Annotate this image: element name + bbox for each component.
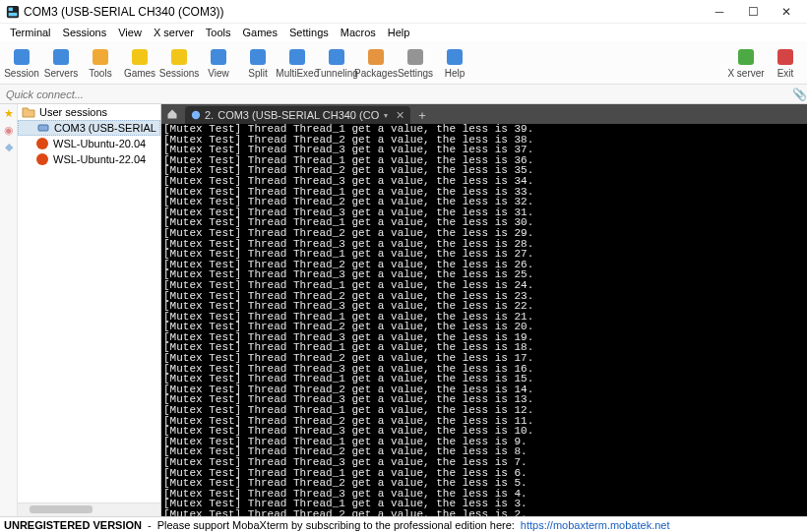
new-tab-button[interactable]: ＋ xyxy=(410,107,434,124)
status-text: Please support MobaXterm by subscribing … xyxy=(157,519,515,531)
svg-rect-4 xyxy=(53,49,69,65)
app-icon xyxy=(6,5,20,19)
svg-rect-14 xyxy=(447,49,463,65)
svg-point-19 xyxy=(36,153,48,165)
ubuntu-icon xyxy=(35,152,49,166)
svg-rect-10 xyxy=(289,49,305,65)
tab-index: 2. xyxy=(205,109,214,121)
menu-macros[interactable]: Macros xyxy=(335,26,382,39)
serial-icon xyxy=(191,110,201,120)
serial-icon xyxy=(36,121,50,135)
sessions-sidebar: User sessionsCOM3 (USB-SERIAL CH340 (COW… xyxy=(18,104,161,516)
menu-help[interactable]: Help xyxy=(382,26,416,39)
maximize-button[interactable]: ☐ xyxy=(736,1,770,23)
menu-x-server[interactable]: X server xyxy=(148,26,200,39)
toolbutton-packages[interactable]: Packages xyxy=(356,47,396,79)
sidebar-gutter: ★ ◉ ◆ xyxy=(0,104,18,516)
toolbutton-games[interactable]: Games xyxy=(120,47,159,79)
svg-rect-5 xyxy=(93,49,108,65)
tab-label: COM3 (USB-SERIAL CH340 (CO xyxy=(217,109,379,121)
toolbutton-exit[interactable]: Exit xyxy=(766,47,805,79)
svg-rect-11 xyxy=(329,49,344,65)
status-link[interactable]: https://mobaxterm.mobatek.net xyxy=(521,519,670,531)
menubar: TerminalSessionsViewX serverToolsGamesSe… xyxy=(0,24,807,41)
star-icon[interactable]: ★ xyxy=(2,106,16,120)
ubuntu-icon xyxy=(35,137,49,150)
tree-item-0[interactable]: COM3 (USB-SERIAL CH340 (CO xyxy=(18,120,160,136)
minimize-button[interactable]: ─ xyxy=(703,1,736,23)
toolbutton-servers[interactable]: Servers xyxy=(41,47,81,79)
toolbutton-xserver[interactable]: X server xyxy=(726,47,766,79)
menu-view[interactable]: View xyxy=(112,26,148,39)
svg-point-18 xyxy=(36,138,48,149)
globe-icon[interactable]: ◉ xyxy=(2,123,16,137)
toolbutton-tunneling[interactable]: Tunneling xyxy=(317,47,356,79)
window-title: COM3 (USB-SERIAL CH340 (COM3)) xyxy=(24,5,703,19)
tab-close-icon[interactable]: ✕ xyxy=(396,109,404,122)
toolbutton-split[interactable]: Split xyxy=(238,47,278,79)
home-tab[interactable] xyxy=(161,104,183,124)
tab-bar: 2. COM3 (USB-SERIAL CH340 (CO ▾ ✕ ＋ xyxy=(161,104,807,124)
svg-rect-6 xyxy=(132,49,148,65)
status-bar: UNREGISTERED VERSION - Please support Mo… xyxy=(0,516,807,532)
toolbutton-multiexec[interactable]: MultiExec xyxy=(278,47,317,79)
status-sep: - xyxy=(148,519,152,531)
tools-icon[interactable]: ◆ xyxy=(2,140,16,153)
menu-sessions[interactable]: Sessions xyxy=(57,26,113,39)
toolbutton-help[interactable]: Help xyxy=(435,47,474,79)
svg-rect-8 xyxy=(211,49,226,65)
attachment-icon[interactable]: 📎 xyxy=(791,88,807,101)
toolbutton-tools[interactable]: Tools xyxy=(81,47,120,79)
titlebar: COM3 (USB-SERIAL CH340 (COM3)) ─ ☐ ✕ xyxy=(0,0,807,24)
toolbutton-sessions[interactable]: Sessions xyxy=(159,47,199,79)
status-unregistered: UNREGISTERED VERSION xyxy=(4,519,142,531)
svg-rect-16 xyxy=(777,49,793,65)
svg-rect-13 xyxy=(407,49,423,65)
sessions-tree[interactable]: User sessionsCOM3 (USB-SERIAL CH340 (COW… xyxy=(18,104,160,502)
svg-rect-7 xyxy=(171,49,187,65)
svg-rect-15 xyxy=(738,49,754,65)
svg-point-20 xyxy=(192,111,200,119)
terminal-output[interactable]: [Mutex Test] Thread Thread_1 get a value… xyxy=(161,124,807,516)
toolbutton-session[interactable]: Session xyxy=(2,47,41,79)
menu-tools[interactable]: Tools xyxy=(200,26,237,39)
menu-terminal[interactable]: Terminal xyxy=(4,26,57,39)
terminal-tab[interactable]: 2. COM3 (USB-SERIAL CH340 (CO ▾ ✕ xyxy=(185,106,410,124)
svg-rect-12 xyxy=(368,49,384,65)
folder-icon xyxy=(22,105,35,119)
svg-rect-3 xyxy=(14,49,30,65)
toolbar: SessionServersToolsGamesSessionsViewSpli… xyxy=(0,41,807,85)
toolbutton-settings[interactable]: Settings xyxy=(396,47,435,79)
menu-games[interactable]: Games xyxy=(237,26,283,39)
sidebar-scrollbar[interactable] xyxy=(18,502,160,516)
svg-rect-2 xyxy=(9,12,18,16)
close-button[interactable]: ✕ xyxy=(770,1,803,23)
svg-rect-9 xyxy=(250,49,266,65)
toolbutton-view[interactable]: View xyxy=(199,47,238,79)
svg-rect-1 xyxy=(9,7,13,11)
menu-settings[interactable]: Settings xyxy=(283,26,335,39)
quickconnect-input[interactable] xyxy=(0,89,791,100)
quickconnect-bar: 📎 xyxy=(0,85,807,104)
tree-root[interactable]: User sessions xyxy=(18,104,160,120)
svg-rect-17 xyxy=(38,125,48,131)
tree-item-1[interactable]: WSL-Ubuntu-20.04 xyxy=(18,136,160,151)
chevron-down-icon[interactable]: ▾ xyxy=(384,111,388,120)
tree-item-2[interactable]: WSL-Ubuntu-22.04 xyxy=(18,151,160,167)
